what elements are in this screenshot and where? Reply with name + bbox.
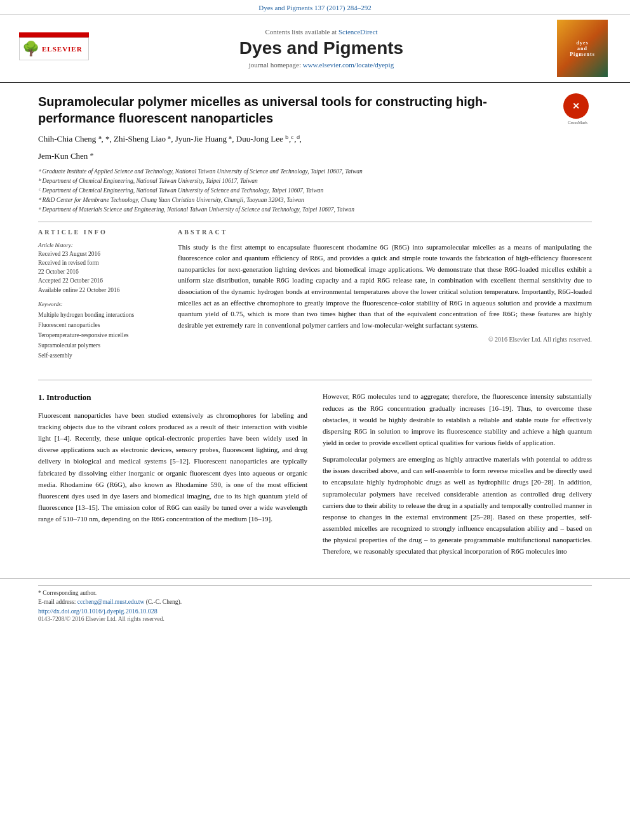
section-intro-title: 1. Introduction	[38, 390, 307, 404]
body-col-right: However, R6G molecules tend to aggregate…	[323, 390, 592, 562]
affiliation-d: ᵈ R&D Center for Membrane Technology, Ch…	[38, 196, 592, 205]
header-right: dyes and Pigments	[547, 20, 617, 77]
email-link[interactable]: cccheng@mail.must.edu.tw	[77, 599, 145, 605]
top-bar: Dyes and Pigments 137 (2017) 284–292	[0, 0, 630, 15]
intro-para-2: However, R6G molecules tend to aggregate…	[323, 390, 592, 448]
crossmark-circle: ✕	[563, 93, 589, 119]
body-section: 1. Introduction Fluorescent nanoparticle…	[38, 380, 592, 562]
right-col: ABSTRACT This study is the first attempt…	[178, 229, 592, 368]
two-col-body: 1. Introduction Fluorescent nanoparticle…	[38, 390, 592, 562]
header-center: Contents lists available at ScienceDirec…	[95, 28, 547, 69]
keyword-1: Multiple hydrogen bonding interactions	[38, 310, 165, 320]
history-label: Article history:	[38, 242, 165, 248]
article-info-abstract: ARTICLE INFO Article history: Received 2…	[38, 229, 592, 368]
keywords-label: Keywords:	[38, 301, 165, 307]
online-date: Available online 22 October 2016	[38, 286, 165, 295]
logo-bottom-area: 🌳 ELSEVIER	[19, 37, 89, 60]
affiliation-e: ᵉ Department of Materials Science and En…	[38, 205, 592, 215]
elsevier-text: ELSEVIER	[39, 45, 83, 53]
footer-section: * Corresponding author. E-mail address: …	[0, 578, 630, 629]
authors-line2: Jem-Kun Chen ᵉ	[38, 150, 592, 163]
header-left: 🌳 ELSEVIER	[13, 32, 95, 64]
affiliation-a: ᵃ Graduate Institute of Applied Science …	[38, 167, 592, 177]
keyword-5: Self-assembly	[38, 350, 165, 361]
article-title-section: Supramolecular polymer micelles as unive…	[38, 93, 592, 126]
doi-link[interactable]: http://dx.doi.org/10.1016/j.dyepig.2016.…	[38, 608, 158, 615]
crossmark[interactable]: ✕ CrossMark	[563, 93, 592, 122]
article-title: Supramolecular polymer micelles as unive…	[38, 93, 557, 126]
sciencedirect-link[interactable]: ScienceDirect	[338, 28, 378, 36]
accepted-date: Accepted 22 October 2016	[38, 276, 165, 285]
intro-para-3: Supramolecular polymers are emerging as …	[323, 453, 592, 557]
footnote-email: E-mail address: cccheng@mail.must.edu.tw…	[38, 599, 592, 605]
issn-line: 0143-7208/© 2016 Elsevier Ltd. All right…	[38, 616, 592, 622]
abstract-title: ABSTRACT	[178, 229, 592, 236]
footer-divider	[38, 585, 592, 586]
keyword-4: Supramolecular polymers	[38, 340, 165, 350]
body-col-left: 1. Introduction Fluorescent nanoparticle…	[38, 390, 307, 562]
received-date: Received 23 August 2016	[38, 250, 165, 258]
crossmark-icon: ✕	[572, 101, 580, 112]
intro-para-1: Fluorescent nanoparticles have been stud…	[38, 410, 307, 524]
elsevier-logo: 🌳 ELSEVIER	[19, 32, 89, 64]
header-section: 🌳 ELSEVIER Contents lists available at S…	[0, 15, 630, 83]
divider-1	[38, 222, 592, 222]
keyword-3: Teropemperature-responsive micelles	[38, 330, 165, 340]
affiliations-block: ᵃ Graduate Institute of Applied Science …	[38, 167, 592, 215]
authors-line1: Chih-Chia Cheng ᵃ, *, Zhi-Sheng Liao ᵃ, …	[38, 133, 592, 146]
sciencedirect-line: Contents lists available at ScienceDirec…	[95, 28, 547, 36]
footnote-corresponding: * Corresponding author.	[38, 590, 592, 596]
article-info-title: ARTICLE INFO	[38, 229, 165, 236]
affiliation-b: ᵇ Department of Chemical Engineering, Na…	[38, 177, 592, 186]
keyword-2: Fluorescent nanoparticles	[38, 320, 165, 330]
logo-red-bar	[19, 32, 89, 37]
abstract-text: This study is the first attempt to encap…	[178, 242, 592, 331]
article-content: Supramolecular polymer micelles as unive…	[0, 83, 630, 572]
journal-thumbnail: dyes and Pigments	[557, 20, 608, 77]
keywords-group: Keywords: Multiple hydrogen bonding inte…	[38, 301, 165, 361]
homepage-link[interactable]: www.elsevier.com/locate/dyepig	[303, 61, 394, 69]
journal-title-main: Dyes and Pigments	[95, 38, 547, 58]
doi-line[interactable]: http://dx.doi.org/10.1016/j.dyepig.2016.…	[38, 608, 592, 615]
history-group: Article history: Received 23 August 2016…	[38, 242, 165, 295]
revised-date: Received in revised form 22 October 2016	[38, 258, 165, 277]
journal-reference: Dyes and Pigments 137 (2017) 284–292	[258, 4, 372, 11]
left-col: ARTICLE INFO Article history: Received 2…	[38, 229, 165, 368]
journal-homepage: journal homepage: www.elsevier.com/locat…	[95, 61, 547, 69]
logo-tree-icon: 🌳	[22, 41, 39, 57]
affiliation-c: ᶜ Department of Chemical Engineering, Na…	[38, 186, 592, 196]
copyright-line: © 2016 Elsevier Ltd. All rights reserved…	[178, 336, 592, 343]
